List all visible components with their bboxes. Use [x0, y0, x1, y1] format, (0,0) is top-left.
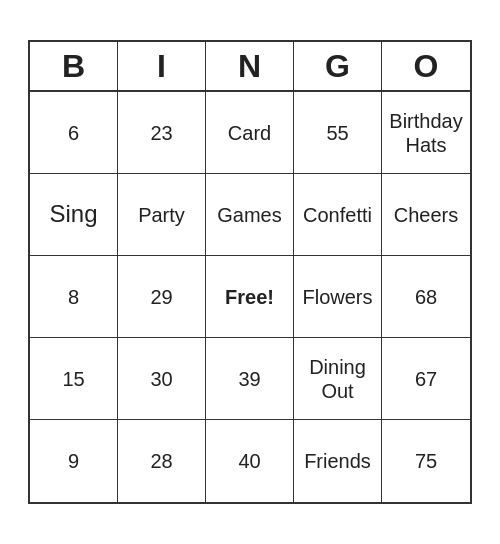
cell-r4-c0: 9 — [30, 420, 118, 502]
cell-r1-c2: Games — [206, 174, 294, 256]
cell-r3-c0: 15 — [30, 338, 118, 420]
cell-r3-c1: 30 — [118, 338, 206, 420]
bingo-header: BINGO — [30, 42, 470, 92]
cell-r0-c1: 23 — [118, 92, 206, 174]
cell-r2-c3: Flowers — [294, 256, 382, 338]
cell-r4-c1: 28 — [118, 420, 206, 502]
bingo-card: BINGO 623Card55Birthday HatsSingPartyGam… — [28, 40, 472, 504]
header-letter: O — [382, 42, 470, 92]
cell-r0-c2: Card — [206, 92, 294, 174]
cell-r1-c4: Cheers — [382, 174, 470, 256]
header-letter: G — [294, 42, 382, 92]
cell-r3-c4: 67 — [382, 338, 470, 420]
cell-r4-c2: 40 — [206, 420, 294, 502]
cell-r2-c0: 8 — [30, 256, 118, 338]
cell-r2-c1: 29 — [118, 256, 206, 338]
cell-r1-c0: Sing — [30, 174, 118, 256]
cell-r4-c4: 75 — [382, 420, 470, 502]
cell-r0-c4: Birthday Hats — [382, 92, 470, 174]
cell-r0-c3: 55 — [294, 92, 382, 174]
cell-r4-c3: Friends — [294, 420, 382, 502]
cell-r1-c1: Party — [118, 174, 206, 256]
bingo-grid: 623Card55Birthday HatsSingPartyGamesConf… — [30, 92, 470, 502]
cell-r2-c2: Free! — [206, 256, 294, 338]
cell-r3-c2: 39 — [206, 338, 294, 420]
header-letter: B — [30, 42, 118, 92]
cell-r2-c4: 68 — [382, 256, 470, 338]
header-letter: N — [206, 42, 294, 92]
cell-r0-c0: 6 — [30, 92, 118, 174]
cell-r1-c3: Confetti — [294, 174, 382, 256]
header-letter: I — [118, 42, 206, 92]
cell-r3-c3: Dining Out — [294, 338, 382, 420]
